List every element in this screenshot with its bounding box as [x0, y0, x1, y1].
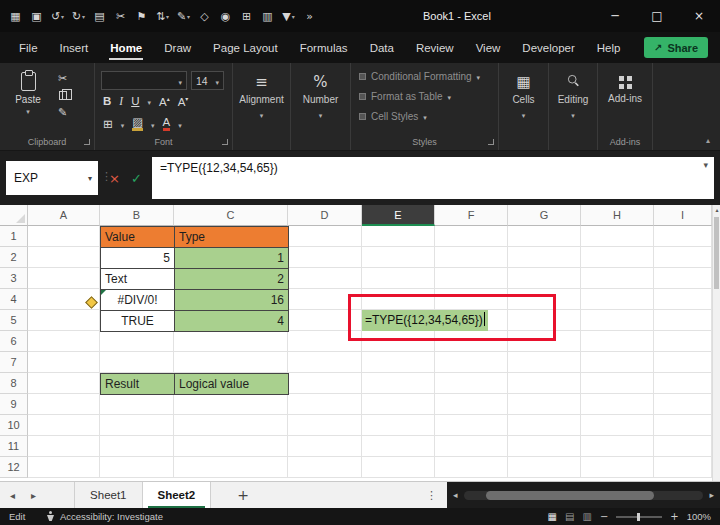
ribbon-tab-insert[interactable]: Insert: [49, 32, 100, 63]
cell-D4[interactable]: [288, 289, 362, 310]
cell-G4[interactable]: [508, 289, 581, 310]
cell-I10[interactable]: [654, 415, 712, 436]
row-header-11[interactable]: 11: [0, 436, 28, 457]
cell-E9[interactable]: [362, 394, 435, 415]
formula-input[interactable]: =TYPE({12,34,54,65}): [152, 157, 714, 199]
cell-C11[interactable]: [174, 436, 288, 457]
cell-G1[interactable]: [508, 226, 581, 247]
cell-A7[interactable]: [28, 352, 100, 373]
cell-B3[interactable]: Text: [100, 268, 175, 290]
ribbon-group-editing[interactable]: Editing: [549, 63, 598, 150]
row-header-7[interactable]: 7: [0, 352, 28, 373]
cell-I1[interactable]: [654, 226, 712, 247]
cut-icon[interactable]: ✂: [111, 6, 130, 26]
cell-G2[interactable]: [508, 247, 581, 268]
cell-I9[interactable]: [654, 394, 712, 415]
cell-A8[interactable]: [28, 373, 100, 394]
cell-A6[interactable]: [28, 331, 100, 352]
close-button[interactable]: ×: [678, 0, 720, 32]
row-header-3[interactable]: 3: [0, 268, 28, 289]
ribbon-tab-view[interactable]: View: [465, 32, 512, 63]
increase-font-button[interactable]: A: [159, 95, 170, 108]
ribbon-group-alignment[interactable]: ≡ Alignment: [233, 63, 291, 150]
sort-icon[interactable]: ⇅▾: [153, 6, 172, 26]
cell-C9[interactable]: [174, 394, 288, 415]
cell-H2[interactable]: [581, 247, 654, 268]
conditional-formatting-button[interactable]: Conditional Formatting: [359, 71, 480, 82]
cell-E10[interactable]: [362, 415, 435, 436]
more-commands-icon[interactable]: »: [300, 6, 319, 26]
cell-H9[interactable]: [581, 394, 654, 415]
font-name-combo[interactable]: [101, 71, 187, 90]
sheet-tab-sheet2[interactable]: Sheet2: [143, 482, 212, 509]
cell-G8[interactable]: [508, 373, 581, 394]
cell-H7[interactable]: [581, 352, 654, 373]
minimize-button[interactable]: ─: [594, 0, 636, 32]
table-icon[interactable]: ⊞: [237, 6, 256, 26]
row-header-9[interactable]: 9: [0, 394, 28, 415]
cell-D7[interactable]: [288, 352, 362, 373]
fill-color-button[interactable]: ▨: [132, 117, 143, 131]
cell-F4[interactable]: [435, 289, 508, 310]
cell-D10[interactable]: [288, 415, 362, 436]
cancel-button[interactable]: ×: [109, 171, 120, 186]
paste-button[interactable]: Paste: [10, 72, 46, 116]
font-dialog-launcher[interactable]: [222, 139, 228, 145]
excel-app-icon[interactable]: ▦: [6, 6, 25, 26]
cell-E2[interactable]: [362, 247, 435, 268]
row-header-2[interactable]: 2: [0, 247, 28, 268]
cell-D12[interactable]: [288, 457, 362, 478]
cell-A12[interactable]: [28, 457, 100, 478]
collapse-ribbon-icon[interactable]: ▴: [706, 136, 710, 145]
chevron-down-icon[interactable]: ▾: [88, 174, 92, 183]
chevron-down-icon[interactable]: [151, 118, 155, 130]
ribbon-group-addins[interactable]: Add-ins Add-ins: [598, 63, 653, 150]
name-box[interactable]: EXP ▾: [6, 161, 98, 195]
row-header-1[interactable]: 1: [0, 226, 28, 247]
vertical-scrollbar-thumb[interactable]: [714, 217, 719, 289]
normal-view-button[interactable]: ▦: [548, 511, 557, 522]
row-header-6[interactable]: 6: [0, 331, 28, 352]
cell-E7[interactable]: [362, 352, 435, 373]
cell-E5-editing[interactable]: =TYPE({12,34,54,65}): [362, 310, 488, 331]
cell-E12[interactable]: [362, 457, 435, 478]
cell-G6[interactable]: [508, 331, 581, 352]
cell-C3[interactable]: 2: [174, 268, 289, 290]
cell-D2[interactable]: [288, 247, 362, 268]
cell-A9[interactable]: [28, 394, 100, 415]
ribbon-tab-draw[interactable]: Draw: [153, 32, 202, 63]
cell-F2[interactable]: [435, 247, 508, 268]
cell-C6[interactable]: [174, 331, 288, 352]
vertical-scrollbar[interactable]: ▴: [712, 205, 720, 481]
cell-I3[interactable]: [654, 268, 712, 289]
chart-icon[interactable]: ▥: [258, 6, 277, 26]
cell-I7[interactable]: [654, 352, 712, 373]
cell-F1[interactable]: [435, 226, 508, 247]
column-header-G[interactable]: G: [508, 205, 581, 226]
sheet-tab-sheet1[interactable]: Sheet1: [75, 482, 142, 509]
cell-H6[interactable]: [581, 331, 654, 352]
zoom-in-button[interactable]: +: [670, 511, 678, 522]
cell-G3[interactable]: [508, 268, 581, 289]
clipboard-dialog-launcher[interactable]: [84, 139, 90, 145]
zoom-slider[interactable]: [616, 516, 662, 518]
row-header-5[interactable]: 5: [0, 310, 28, 331]
cell-E3[interactable]: [362, 268, 435, 289]
cell-D5[interactable]: [288, 310, 362, 331]
addins-button[interactable]: Add-ins: [608, 93, 642, 104]
previous-sheet-icon[interactable]: ◂: [10, 490, 15, 501]
cell-C1[interactable]: Type: [174, 226, 289, 248]
cell-H4[interactable]: [581, 289, 654, 310]
horizontal-scrollbar-thumb[interactable]: [486, 491, 654, 500]
column-header-F[interactable]: F: [435, 205, 508, 226]
cell-I4[interactable]: [654, 289, 712, 310]
cell-A1[interactable]: [28, 226, 100, 247]
cell-G12[interactable]: [508, 457, 581, 478]
styles-dialog-launcher[interactable]: [488, 139, 494, 145]
cell-A10[interactable]: [28, 415, 100, 436]
flag-icon[interactable]: ⚑: [132, 6, 151, 26]
decrease-font-button[interactable]: A: [178, 95, 189, 108]
workbook-icon[interactable]: ▤: [90, 6, 109, 26]
cell-C8[interactable]: Logical value: [174, 373, 289, 395]
cut-button[interactable]: ✂: [58, 73, 67, 84]
